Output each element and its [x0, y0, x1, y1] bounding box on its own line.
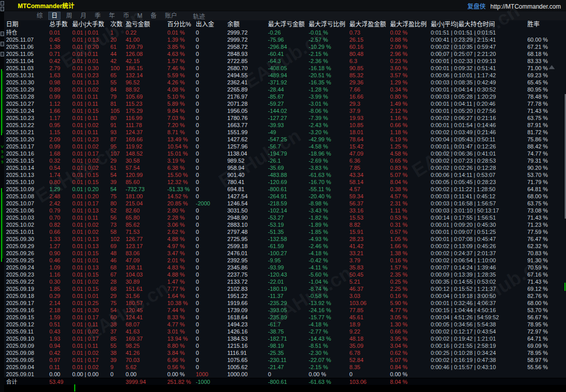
cell: -0.42 %	[309, 257, 349, 264]
table-row[interactable]: 2025.10.170.990.01 | 0.0295119.9210.54 %…	[4, 143, 566, 150]
table-row[interactable]: 2025.09.301.330.01 | 0.13102126.774.88 %…	[4, 235, 566, 243]
table-row[interactable]: 2025.09.180.290.01 | 0.012931.561.64 %01…	[4, 292, 566, 299]
cell: -0.01 %	[309, 29, 349, 36]
cell: 2025.10.14	[6, 164, 49, 171]
window-title: MTCommander统计	[18, 1, 74, 10]
cell: 0	[196, 243, 227, 250]
table-row[interactable]: 2025.11.040.420.01 | 0.014242.151.57 %02…	[4, 57, 566, 65]
cell: 5.90 %	[390, 299, 431, 307]
menu-item-月[interactable]: 月	[78, 12, 89, 19]
position-row[interactable]: 持仓0.010.01 | 0.0110.220.01 %02999.72-0.2…	[4, 29, 566, 36]
table-row[interactable]: 2025.09.250.460.01 | 0.014647.092.01 %02…	[4, 257, 566, 264]
cell	[527, 29, 566, 36]
cell: 70.59 %	[527, 264, 566, 271]
table-row[interactable]: 2025.09.090.940.01 | 0.115598.258.80 %01…	[4, 342, 566, 349]
cell: 0	[196, 100, 227, 107]
table-row[interactable]: 2025.10.100.800.01 | 0.153985.6012.32 %0…	[4, 178, 566, 186]
cell: 5.10 %	[167, 93, 196, 100]
menu-item-年[interactable]: 年	[106, 12, 117, 19]
table-row[interactable]: 2025.09.050.970.01 | 0.173970.036.96 %01…	[4, 356, 566, 364]
menu-item-周[interactable]: 周	[64, 12, 75, 19]
table-row[interactable]: 2025.09.080.420.01 | 0.023841.263.84 %01…	[4, 349, 566, 356]
cell: 95	[110, 143, 126, 150]
table-row[interactable]: 2025.10.202.090.01 | 0.2387169.6613.49 %…	[4, 136, 566, 143]
menu-item-账户[interactable]: 账户	[162, 12, 180, 19]
menu-item-trajectory[interactable]: 轨迹	[190, 12, 207, 20]
table-row[interactable]: 2025.11.070.450.01 | 0.132041.001.39 %02…	[4, 36, 566, 43]
summary-row[interactable]: 合计53.493999.94251.82 %-1000-800.61-61.63…	[4, 378, 566, 385]
table-row[interactable]: 2025.10.020.820.01 | 0.027385.623.06 %02…	[4, 221, 566, 228]
table-row[interactable]: 2025.09.162.180.01 | 0.3054120.457.44 %0…	[4, 307, 566, 314]
table-row[interactable]: 2025.10.161.680.01 | 0.17107148.5215.01 …	[4, 150, 566, 157]
table-row[interactable]: 2025.09.040.110.01 | 0.0295.620.56 %0100…	[4, 364, 566, 371]
table-row[interactable]: 2025.09.151.590.01 | 0.1760124.418.33 %0…	[4, 314, 566, 321]
rail-button-icon[interactable]	[1, 42, 4, 46]
cell: 2.09 %	[390, 43, 431, 50]
table-row[interactable]: 2025.09.220.300.01 | 0.022830.891.47 %02…	[4, 278, 566, 285]
menu-item-日[interactable]: 日	[48, 12, 61, 20]
table-row[interactable]: 2025.11.032.790.01 | 0.30100186.157.46 %…	[4, 65, 566, 72]
menu-item-币[interactable]: 币	[121, 12, 132, 19]
cell: -2.30 %	[309, 349, 349, 356]
cell: 2025.09.18	[6, 292, 49, 299]
table-row[interactable]: 2025.10.010.660.01 | 0.025871.532.62 %02…	[4, 228, 566, 235]
table-row[interactable]: 2025.10.131.740.01 | 0.1554120.9915.50 %…	[4, 171, 566, 178]
cell: 1951.22	[227, 292, 268, 299]
cell: 251.82 %	[167, 378, 196, 385]
table-row[interactable]: 2025.10.072.420.01 | 0.1780215.0420.85 %…	[4, 200, 566, 207]
cell: 35.83	[349, 264, 390, 271]
table-row[interactable]: 2025.10.030.700.01 | 0.115665.802.28 %02…	[4, 214, 566, 221]
table-row[interactable]: 2025.09.241.090.01 | 0.1368108.114.83 %0…	[4, 264, 566, 271]
table-row[interactable]: 2025.09.191.850.01 | 0.1568151.617.77 %0…	[4, 285, 566, 292]
cell: -22.07 %	[309, 356, 349, 364]
cell: 0.01 | 0.11	[72, 129, 110, 136]
cell: 1.38	[49, 43, 72, 50]
cell: 103.06	[349, 378, 390, 385]
cell: 0	[196, 307, 227, 314]
rail-button-icon[interactable]	[1, 32, 4, 36]
table-row[interactable]: 2025.10.271.120.01 | 0.1181115.235.89 %0…	[4, 100, 566, 107]
cell: 9.22	[349, 328, 390, 335]
table-row[interactable]: 2025.09.010.000.00 | 0.0000.000.00 %1000…	[4, 371, 566, 378]
table-row[interactable]: 2025.10.211.150.01 | 0.1193124.378.71 %0…	[4, 129, 566, 136]
table-row[interactable]: 2025.10.082.480.01 | 0.2075181.0014.52 %…	[4, 193, 566, 200]
table-row[interactable]: 2025.10.091.290.01 | 0.2054-732.73-51.33…	[4, 186, 566, 193]
table-row[interactable]: 2025.09.172.140.01 | 0.2575180.5710.38 %…	[4, 299, 566, 307]
table-row[interactable]: 2025.10.241.660.01 | 0.15105175.299.84 %…	[4, 107, 566, 114]
menu-item-M[interactable]: M	[135, 12, 145, 19]
table-row[interactable]: 2025.10.220.950.01 | 0.0291111.787.20 %0…	[4, 122, 566, 129]
cell: 0.00 %	[167, 371, 196, 378]
cell: 2725.95	[227, 235, 268, 243]
table-row[interactable]: 2025.11.050.710.01 | 0.1144126.084.63 %0…	[4, 50, 566, 57]
table-row[interactable]: 2025.10.280.990.01 | 0.1179105.695.10 %0…	[4, 93, 566, 100]
rail-button-icon[interactable]	[1, 52, 4, 56]
table-row[interactable]: 2025.09.291.270.01 | 0.1369123.174.97 %0…	[4, 243, 566, 250]
menu-item-综[interactable]: 综	[34, 12, 45, 19]
table-row[interactable]: 2025.09.260.900.01 | 0.154883.063.47 %02…	[4, 250, 566, 257]
cell: -98.19	[268, 342, 309, 349]
table-row[interactable]: 2025.09.110.430.01 | 0.023741.633.01 %01…	[4, 328, 566, 335]
cell: 2025.09.19	[6, 285, 49, 292]
menu-item-季[interactable]: 季	[92, 12, 103, 19]
table-row[interactable]: 2025.10.311.630.01 | 0.2365132.145.59 %0…	[4, 72, 566, 79]
table-row[interactable]: 2025.11.061.380.01 | 0.2061109.793.85 %0…	[4, 43, 566, 50]
table-row[interactable]: 2025.10.231.170.01 | 0.1180116.997.03 %0…	[4, 114, 566, 122]
menu-item-备[interactable]: 备	[148, 12, 159, 19]
table-row[interactable]: 2025.10.150.320.01 | 0.022930.583.19 %09…	[4, 157, 566, 164]
rail-button-icon[interactable]	[1, 7, 4, 11]
scroll-up-icon[interactable]	[549, 65, 555, 69]
cell: 0.01 | 0.13	[72, 264, 110, 271]
table-row[interactable]: 2025.09.231.160.01 | 0.1567104.034.88 %0…	[4, 271, 566, 278]
rail-button-icon[interactable]	[1, 1, 4, 6]
table-row[interactable]: 2025.10.290.890.01 | 0.028488.924.08 %02…	[4, 86, 566, 93]
cell: 1780.76	[227, 114, 268, 122]
table-row[interactable]: 2025.09.120.510.01 | 0.113868.074.77 %01…	[4, 321, 566, 328]
cell: 2025.09.22	[6, 278, 49, 285]
bottom-chart-tick	[74, 384, 75, 391]
table-row[interactable]: 2025.09.101.930.01 | 0.1785169.3713.94 %…	[4, 335, 566, 342]
table-row[interactable]: 2025.10.140.540.01 | 0.025157.546.38 %09…	[4, 164, 566, 171]
table-row[interactable]: 2025.10.060.790.01 | 0.135282.602.80 %03…	[4, 207, 566, 214]
table-row[interactable]: 2025.10.300.980.01 | 0.135596.524.26 %02…	[4, 79, 566, 86]
brand-url-link[interactable]: http://MTCommander.com	[490, 3, 561, 10]
cell: 8.04 %	[390, 378, 431, 385]
